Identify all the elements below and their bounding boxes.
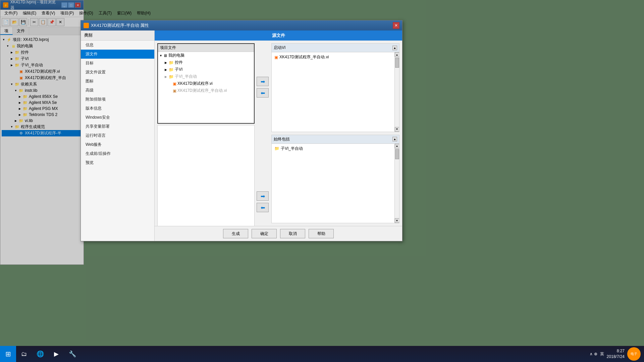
dialog-body: 类别 信息 源文件 目标 源文件设置 图标 高级 附加排除项 版本信息 Wind… [81,31,402,241]
help-button[interactable]: 帮助 [309,229,334,238]
scroll-up[interactable]: ▲ [395,52,399,57]
add-include-button[interactable]: ➡ [257,191,269,201]
file-tree-mycomputer-label: 我的电脑 [168,53,184,58]
content-header: 源文件 [155,31,402,41]
category-exclude[interactable]: 附加排除项 [81,95,154,104]
category-windows-security[interactable]: Windows安全 [81,113,154,122]
category-source-settings[interactable]: 源文件设置 [81,68,154,77]
file-tree-subvi[interactable]: ▶ 📁 子VI [158,66,254,73]
file-tree-vi2[interactable]: ▣ XK417D测试程序_半自动.vi [158,87,254,94]
startup-vi-item-label: XK417D测试程序_半自动.vi [279,54,329,60]
expand-icon [169,82,173,85]
expand-icon: ▶ [165,75,169,78]
startup-vi-scrollbar[interactable]: ▲ ▼ [394,52,399,132]
expand-icon: ▶ [165,61,169,64]
dialog-icon [84,23,89,28]
file-tree-header: 项目文件 [158,44,254,52]
vi-icon: ▣ [274,55,278,60]
clock-date: 2018/7/24 [607,354,625,360]
startup-vi-label: 启动VI [274,45,285,51]
start-button[interactable]: ⊞ [0,346,16,362]
always-include-body: 📁 子VI_半自动 [272,144,394,223]
startup-vi-item[interactable]: ▣ XK417D测试程序_半自动.vi [273,54,393,61]
folder-icon: 📁 [169,60,174,65]
expand-icon [169,89,173,93]
file-tree-vi2-label: XK417D测试程序_半自动.vi [177,88,227,94]
category-pre-post[interactable]: 生成前/后操作 [81,149,154,158]
startup-vi-body: ▣ XK417D测试程序_半自动.vi [272,52,394,132]
properties-dialog: XK417D测试程序-半自动 属性 ✕ 类别 信息 源文件 目标 源文件设置 图… [80,20,402,241]
file-tree-subvi-semi[interactable]: ▶ 📁 子VI_半自动 [158,73,254,80]
taskbar-lang: 英 [600,351,604,357]
dialog-close-button[interactable]: ✕ [393,22,399,29]
category-source[interactable]: 源文件 [81,50,154,59]
taskbar-media[interactable]: ▶ [48,346,64,362]
always-include-label: 始终包括 [274,136,290,142]
content-body: 项目文件 ▼ 🖥 我的电脑 ▶ 📁 控件 [155,41,402,226]
category-icon[interactable]: 图标 [81,77,154,86]
category-advanced[interactable]: 高级 [81,86,154,95]
category-web-services[interactable]: Web服务 [81,140,154,149]
taskbar-icons: 🗂 🌐 ▶ 🔧 [16,346,80,362]
vi-icon-grayed: ▣ [173,88,176,93]
generate-button[interactable]: 生成 [223,229,248,238]
dialog-footer: 生成 确定 取消 帮助 [155,226,402,241]
file-tree-lower-area [157,125,255,226]
scroll-up[interactable]: ▲ [395,144,399,148]
always-include-item[interactable]: 📁 子VI_半自动 [273,145,393,152]
file-tree-subvi-label: 子VI [175,67,182,72]
folder-icon: 📁 [169,67,174,72]
taskbar: ⊞ 🗂 🌐 ▶ 🔧 ∧ ⊕ 英 8:27 2018/7/24 电子 [0,346,644,362]
category-panel: 类别 信息 源文件 目标 源文件设置 图标 高级 附加排除项 版本信息 Wind… [81,31,155,241]
vi-icon: ▣ [173,81,176,86]
always-include-item-label: 子VI_半自动 [281,146,303,152]
always-include-header: 始终包括 ▲ [272,135,399,144]
expand-icon: ▼ [159,54,163,57]
file-tree-controls-label: 控件 [175,60,183,65]
add-startup-button[interactable]: ➡ [257,77,269,86]
remove-include-button[interactable]: ⬅ [257,203,269,212]
taskbar-app[interactable]: 🔧 [64,346,80,362]
scroll-thumb[interactable] [395,58,399,68]
category-runtime-lang[interactable]: 运行时语言 [81,131,154,140]
taskbar-clock: 8:27 2018/7/24 [607,348,625,360]
file-tree-box: 项目文件 ▼ 🖥 我的电脑 ▶ 📁 控件 [157,43,255,124]
folder-icon: 📁 [274,146,279,151]
taskbar-explorer[interactable]: 🗂 [16,346,32,362]
file-tree-controls[interactable]: ▶ 📁 控件 [158,59,254,66]
cancel-button[interactable]: 取消 [280,229,305,238]
scroll-thumb[interactable] [395,149,399,159]
always-include-panel: 始终包括 ▲ 📁 子VI_半自动 ▲ [271,135,399,224]
remove-startup-button[interactable]: ⬅ [257,88,269,98]
category-target[interactable]: 目标 [81,59,154,68]
expand-icon: ▶ [165,68,169,71]
notification-icon: 电子 [627,347,641,361]
file-tree-mycomputer[interactable]: ▼ 🖥 我的电脑 [158,52,254,59]
category-version[interactable]: 版本信息 [81,104,154,113]
taskbar-tray: ∧ ⊕ [590,352,597,356]
folder-icon: 📁 [169,74,174,79]
taskbar-ie[interactable]: 🌐 [32,346,48,362]
category-preview[interactable]: 预览 [81,158,154,167]
scroll-down[interactable]: ▼ [395,218,399,223]
ok-button[interactable]: 确定 [252,229,277,238]
always-include-scrollbar[interactable]: ▲ ▼ [394,144,399,223]
dialog-title: XK417D测试程序-半自动 属性 [91,22,149,28]
clock-time: 8:27 [607,348,625,354]
file-tree-subvi-semi-label: 子VI_半自动 [175,74,197,79]
scroll-up-icon[interactable]: ▲ [392,137,397,141]
scroll-up-icon[interactable]: ▲ [392,46,397,50]
dialog-titlebar: XK417D测试程序-半自动 属性 ✕ [81,20,402,31]
category-shared-vars[interactable]: 共享变量部署 [81,122,154,131]
category-header: 类别 [81,31,154,41]
file-tree-vi1-label: XK417D测试程序.vi [177,81,213,86]
startup-vi-panel: 启动VI ▲ ▣ XK417D测试程序_半自动.vi ▲ [271,43,399,132]
scroll-down[interactable]: ▼ [395,127,399,132]
file-tree-vi1[interactable]: ▣ XK417D测试程序.vi [158,80,254,87]
content-panel: 源文件 项目文件 ▼ 🖥 我的电脑 [155,31,402,241]
startup-vi-header: 启动VI ▲ [272,44,399,52]
right-panels: 启动VI ▲ ▣ XK417D测试程序_半自动.vi ▲ [271,43,399,223]
taskbar-right: ∧ ⊕ 英 8:27 2018/7/24 电子 [590,347,644,361]
computer-icon: 🖥 [163,53,167,58]
category-info[interactable]: 信息 [81,41,154,50]
